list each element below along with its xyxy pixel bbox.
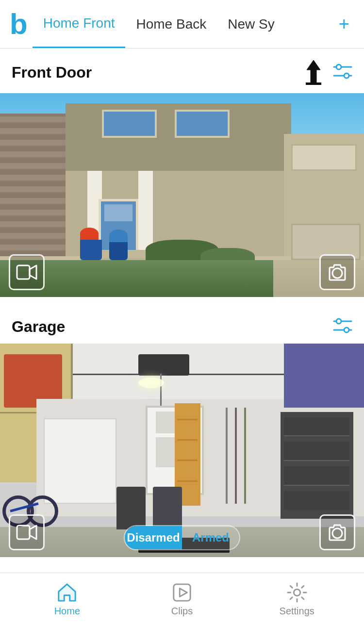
tools-area <box>218 408 255 504</box>
garage-opener-element <box>138 354 189 376</box>
disarmed-button[interactable]: Disarmed <box>125 526 182 549</box>
svg-point-8 <box>332 268 342 278</box>
top-nav: b Home Front Home Back New Sy + <box>0 0 364 49</box>
ladder-rung-3 <box>177 460 198 461</box>
nav-settings[interactable]: Settings <box>239 582 354 617</box>
photo-capture-button[interactable] <box>319 254 355 290</box>
svg-rect-16 <box>174 584 190 601</box>
tool-handle-3 <box>244 408 246 504</box>
flowers-2 <box>109 230 128 242</box>
svg-point-5 <box>344 73 349 78</box>
svg-marker-0 <box>307 60 320 82</box>
nav-settings-label: Settings <box>280 606 314 617</box>
ladder-rung-1 <box>177 419 198 420</box>
svg-point-18 <box>294 589 300 595</box>
video-record-button[interactable] <box>9 254 45 290</box>
armed-button[interactable]: Armed <box>182 526 239 549</box>
drawer-2 <box>284 442 349 461</box>
nav-home-label: Home <box>54 606 80 617</box>
drawer-4 <box>284 491 349 511</box>
tool-handle-1 <box>226 408 228 504</box>
nav-clips-label: Clips <box>171 606 193 617</box>
box-right-top <box>284 344 364 408</box>
main-content: Front Door <box>0 49 364 625</box>
garage-video-button[interactable] <box>9 514 45 550</box>
arm-toggle: Disarmed Armed <box>124 525 240 550</box>
nav-clips[interactable]: Clips <box>125 582 240 617</box>
svg-marker-17 <box>180 588 187 596</box>
cabinet-left <box>44 418 116 504</box>
tab-home-back[interactable]: Home Back <box>125 0 217 48</box>
window-upper-1 <box>102 110 157 138</box>
svg-point-10 <box>336 319 341 324</box>
garage-feed: Disarmed Armed <box>0 344 364 557</box>
front-door-title: Front Door <box>12 64 92 82</box>
tab-new-sy[interactable]: New Sy <box>217 0 285 48</box>
settings-icon <box>287 582 307 603</box>
opener-chain-element <box>160 374 162 406</box>
app-logo: b <box>10 10 28 39</box>
window-upper-2 <box>175 110 230 138</box>
svg-marker-7 <box>30 265 36 279</box>
tab-home-front[interactable]: Home Front <box>33 0 126 48</box>
right-garage-window <box>291 144 357 171</box>
garage-filter-icon[interactable] <box>333 317 352 336</box>
garage-photo-button[interactable] <box>319 514 355 550</box>
tool-handle-2 <box>235 408 237 504</box>
ladder-rung-2 <box>177 439 198 441</box>
front-door-header: Front Door <box>0 49 364 93</box>
file-cabinet-element <box>281 412 353 519</box>
garage-header-icons <box>333 317 352 336</box>
upload-icon[interactable] <box>303 59 324 85</box>
drawer-1 <box>284 417 349 437</box>
front-door-section: Front Door <box>0 49 364 297</box>
svg-point-3 <box>336 65 341 69</box>
svg-rect-1 <box>306 82 321 85</box>
door-window <box>104 204 132 221</box>
garage-overlay: Disarmed Armed <box>0 513 364 557</box>
clips-icon <box>172 582 192 603</box>
svg-point-15 <box>332 528 342 538</box>
front-door-overlay <box>0 253 364 297</box>
home-icon <box>57 582 77 603</box>
nav-tabs: Home Front Home Back New Sy <box>33 0 334 48</box>
svg-point-12 <box>344 328 349 332</box>
garage-section: Garage <box>0 307 364 557</box>
flowers-1 <box>80 228 99 240</box>
bottom-nav: Home Clips Settings <box>0 573 364 626</box>
ladder-rung-4 <box>177 480 198 482</box>
add-system-button[interactable]: + <box>334 14 354 34</box>
filter-icon[interactable] <box>333 63 352 82</box>
nav-home[interactable]: Home <box>10 582 125 617</box>
front-door-header-icons <box>303 59 352 85</box>
svg-rect-13 <box>17 526 30 539</box>
svg-marker-14 <box>30 526 36 539</box>
garage-header: Garage <box>0 307 364 344</box>
front-door-feed <box>0 93 364 297</box>
drawer-3 <box>284 466 349 486</box>
garage-title: Garage <box>12 318 65 336</box>
svg-rect-6 <box>17 265 30 279</box>
